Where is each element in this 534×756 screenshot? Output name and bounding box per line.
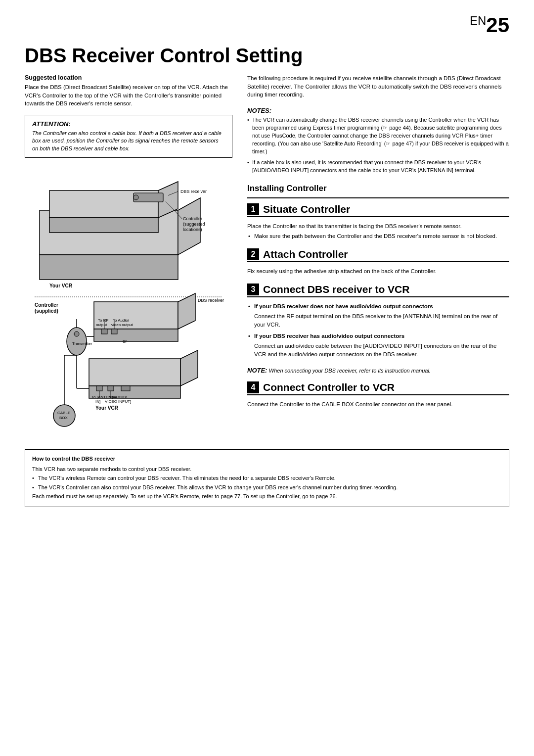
two-column-layout: Suggested location Place the DBS (Direct… [25,74,509,439]
svg-text:DBS receiver: DBS receiver [198,298,224,303]
diagram-area: DBS receiver Controller (suggested locat… [25,166,232,439]
step-3-title: Connect DBS receiver to VCR [263,284,409,295]
svg-rect-41 [121,386,130,391]
bottom-box-intro: This VCR has two separate methods to con… [32,465,502,473]
svg-rect-28 [111,329,117,334]
step-3-sub2-bold: If your DBS receiver has audio/video out… [247,332,509,340]
svg-text:Your VCR: Your VCR [95,405,119,411]
notes-box: NOTES: The VCR can automatically change … [247,107,509,175]
svg-marker-25 [178,293,195,329]
step-4-number: 4 [247,381,259,393]
step-1-heading: 1Situate Controller [247,203,509,217]
svg-text:CABLE: CABLE [57,411,70,415]
svg-text:To [AUDIO/: To [AUDIO/ [107,395,127,399]
svg-text:output: output [96,323,107,327]
svg-text:IN]: IN] [95,399,100,404]
svg-text:To Audio/: To Audio/ [113,318,130,323]
note-item-2: If a cable box is also used, it is recom… [247,159,509,175]
svg-rect-40 [108,386,114,391]
svg-rect-27 [101,329,107,334]
installing-title: Installing Controller [247,184,509,193]
step-1-bullet: Make sure the path between the Controlle… [247,232,509,240]
step-2-number: 2 [247,248,259,260]
note-item-1: The VCR can automatically change the DBS… [247,116,509,156]
svg-text:locations): locations) [183,227,202,232]
bottom-box-title: How to control the DBS receiver [32,455,502,463]
step-1-text: Place the Controller so that its transmi… [247,222,509,231]
attention-box: ATTENTION: The Controller can also contr… [25,115,232,158]
svg-rect-4 [49,218,158,233]
bottom-box-footer: Each method must be set up separately. T… [32,492,502,501]
page-number: EN25 [470,15,509,36]
svg-text:DBS receiver: DBS receiver [180,189,207,194]
svg-text:(supplied): (supplied) [35,308,58,314]
step-3-body: If your DBS receiver does not have audio… [247,302,509,359]
svg-rect-39 [96,386,102,391]
step-3-note-text: When connecting your DBS receiver, refer… [269,368,431,374]
step-1-number: 1 [247,203,259,215]
suggested-location-title: Suggested location [25,74,232,81]
svg-point-20 [74,331,79,336]
installing-controller-heading: Installing Controller [247,184,509,198]
svg-text:BOX: BOX [59,416,68,420]
svg-text:Your VCR: Your VCR [49,283,73,288]
svg-text:Controller: Controller [183,216,202,221]
svg-text:or: or [123,338,128,344]
step-4-heading: 4Connect Controller to VCR [247,381,509,395]
svg-rect-36 [89,359,180,386]
svg-text:Transmitter: Transmitter [72,341,92,346]
bottom-box-bullet-2: The VCR's Controller can also control yo… [32,483,502,492]
step-3-note: NOTE: When connecting your DBS receiver,… [247,367,509,375]
svg-text:video output: video output [111,323,133,327]
notes-title: NOTES: [247,107,509,114]
step-2-title: Attach Controller [263,248,348,260]
svg-text:(suggested: (suggested [183,222,205,227]
svg-text:VIDEO INPUT]: VIDEO INPUT] [105,399,131,404]
bottom-box: How to control the DBS receiver This VCR… [25,449,509,507]
step-3-sub2-text: Connect an audio/video cable between the… [247,342,509,358]
step-4-text: Connect the Controller to the CABLE BOX … [247,400,509,409]
svg-marker-38 [180,350,198,386]
suggested-location-text: Place the DBS (Direct Broadcast Satellit… [25,83,232,108]
svg-text:Controller: Controller [35,302,58,308]
bottom-box-bullet-1: The VCR's wireless Remote can control yo… [32,474,502,482]
step-1-title: Situate Controller [263,203,350,215]
step-4-title: Connect Controller to VCR [263,381,395,393]
svg-text:To RF: To RF [98,318,108,323]
step-2-text: Fix securely using the adhesive strip at… [247,267,509,276]
en-label: EN [470,14,486,27]
svg-rect-1 [40,255,178,280]
notes-text: The VCR can automatically change the DBS… [247,116,509,175]
step-3-sub1-bold: If your DBS receiver does not have audio… [247,302,509,311]
step-3-heading: 3Connect DBS receiver to VCR [247,284,509,297]
right-column: The following procedure is required if y… [247,74,509,439]
step-3-note-title: NOTE: [247,367,267,374]
attention-text: The Controller can also control a cable … [32,130,225,152]
intro-text: The following procedure is required if y… [247,74,509,99]
left-column: Suggested location Place the DBS (Direct… [25,74,232,439]
step-3-number: 3 [247,284,259,295]
attention-title: ATTENTION: [32,120,225,128]
svg-point-9 [134,195,138,200]
step-1-body: Place the Controller so that its transmi… [247,222,509,240]
page: EN25 DBS Receiver Control Setting Sugges… [0,0,534,756]
step-2-heading: 2Attach Controller [247,248,509,262]
step-2-body: Fix securely using the adhesive strip at… [247,267,509,276]
step-3-sub1-text: Connect the RF output terminal on the DB… [247,312,509,329]
step-4-body: Connect the Controller to the CABLE BOX … [247,400,509,409]
diagram-svg: DBS receiver Controller (suggested locat… [25,166,232,438]
page-title: DBS Receiver Control Setting [25,45,509,66]
